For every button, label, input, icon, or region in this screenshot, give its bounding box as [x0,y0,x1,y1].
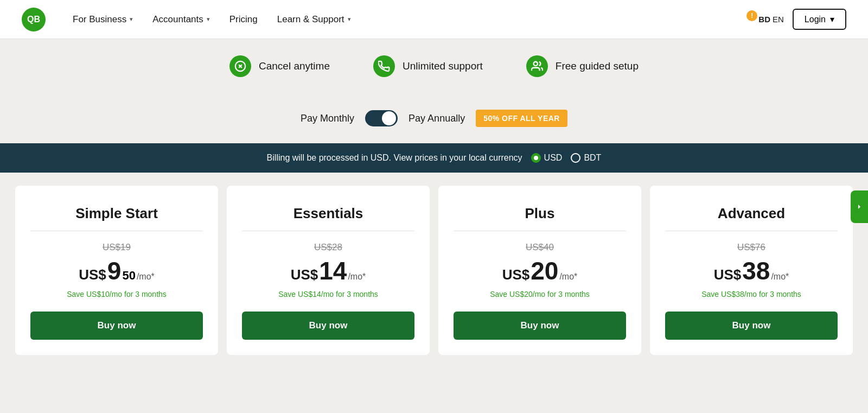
login-button[interactable]: Login ▾ [793,9,846,30]
chevron-down-icon: ▾ [830,14,834,24]
billing-text: Billing will be processed in USD. View p… [267,153,522,163]
radio-inner [534,156,538,160]
bdt-radio[interactable] [571,153,580,163]
feature-unlimited-support: Unlimited support [373,55,483,77]
plan-name-essentials: Essentials [242,205,414,231]
feature-guided-setup: Free guided setup [526,55,639,77]
cancel-icon [229,55,251,77]
save-text-1: Save US$14/mo for 3 months [242,290,414,298]
usd-radio[interactable] [531,153,541,163]
chevron-down-icon: ▾ [130,16,133,23]
navbar: QB For Business ▾ Accountants ▾ Pricing … [0,0,868,39]
nav-item-accountants[interactable]: Accountants ▾ [152,14,210,25]
price-main-1: 14 [319,256,347,285]
price-suffix-1: /mo* [348,272,366,282]
nav-label-pricing: Pricing [229,14,258,25]
price-prefix-1: US$ [291,266,318,283]
price-main-0: 9 [107,256,122,285]
buy-button-advanced[interactable]: Buy now [665,312,838,340]
scroll-hint [851,190,868,223]
billing-toggle[interactable] [365,110,398,126]
current-price-plus: US$ 20 /mo* [454,256,626,285]
logo-text: QB [27,15,40,24]
logo[interactable]: QB [22,8,46,31]
setup-label: Free guided setup [556,60,639,72]
billing-bar: Billing will be processed in USD. View p… [0,143,868,173]
original-price-advanced: US$76 [665,242,838,253]
usd-label: USD [544,153,563,163]
bdt-option[interactable]: BDT [571,153,601,163]
plan-essentials: Essentials US$28 US$ 14 /mo* Save US$14/… [227,186,430,355]
nav-label-for-business: For Business [73,14,126,25]
monthly-label: Pay Monthly [301,113,354,124]
nav-item-pricing[interactable]: Pricing [229,14,258,25]
original-price-plus: US$40 [454,242,626,253]
price-main-3: 38 [742,256,770,285]
lang-text: EN [773,15,784,24]
price-main-2: 20 [531,256,558,285]
chevron-down-icon: ▾ [207,16,210,23]
features-strip: Cancel anytime Unlimited support Free gu… [0,39,868,88]
plan-name-plus: Plus [454,205,626,231]
save-text-2: Save US$20/mo for 3 months [454,290,626,298]
price-prefix-0: US$ [79,266,106,283]
current-price-simple-start: US$ 9 50 /mo* [30,256,203,285]
pricing-cards: Simple Start US$19 US$ 9 50 /mo* Save US… [0,173,868,368]
buy-button-essentials[interactable]: Buy now [242,312,414,340]
login-label: Login [805,15,826,24]
plan-name-simple-start: Simple Start [30,205,203,231]
plan-name-advanced: Advanced [665,205,838,231]
original-price-simple-start: US$19 [30,242,203,253]
support-icon [373,55,395,77]
buy-button-simple-start[interactable]: Buy now [30,312,203,340]
usd-option[interactable]: USD [531,153,563,163]
nav-label-accountants: Accountants [152,14,203,25]
buy-button-plus[interactable]: Buy now [454,312,626,340]
setup-icon [526,55,548,77]
cancel-label: Cancel anytime [259,60,330,72]
price-prefix-2: US$ [502,266,530,283]
toggle-knob [382,111,396,125]
price-suffix-0: /mo* [137,272,155,282]
discount-badge: 50% OFF ALL YEAR [476,110,567,127]
plan-plus: Plus US$40 US$ 20 /mo* Save US$20/mo for… [438,186,641,355]
annually-label: Pay Annually [409,113,465,124]
svg-point-3 [533,62,537,66]
original-price-essentials: US$28 [242,242,414,253]
price-super-0: 50 [122,269,135,283]
plan-advanced: Advanced US$76 US$ 38 /mo* Save US$38/mo… [650,186,853,355]
nav-label-learn-support: Learn & Support [277,14,344,25]
nav-right: ! BD EN Login ▾ [751,9,846,30]
price-prefix-3: US$ [714,266,742,283]
nav-item-learn-support[interactable]: Learn & Support ▾ [277,14,351,25]
billing-toggle-section: Pay Monthly Pay Annually 50% OFF ALL YEA… [0,88,868,143]
bdt-label: BDT [584,153,601,163]
region-badge[interactable]: ! BD EN [751,15,784,24]
support-label: Unlimited support [403,60,483,72]
current-price-essentials: US$ 14 /mo* [242,256,414,285]
current-price-advanced: US$ 38 /mo* [665,256,838,285]
price-suffix-2: /mo* [559,272,577,282]
alert-icon: ! [746,10,757,21]
nav-links: For Business ▾ Accountants ▾ Pricing Lea… [73,14,751,25]
nav-item-for-business[interactable]: For Business ▾ [73,14,133,25]
plan-simple-start: Simple Start US$19 US$ 9 50 /mo* Save US… [15,186,218,355]
save-text-0: Save US$10/mo for 3 months [30,290,203,298]
chevron-down-icon: ▾ [348,16,351,23]
region-text: BD [758,15,770,24]
feature-cancel-anytime: Cancel anytime [229,55,330,77]
save-text-3: Save US$38/mo for 3 months [665,290,838,298]
price-suffix-3: /mo* [771,272,789,282]
